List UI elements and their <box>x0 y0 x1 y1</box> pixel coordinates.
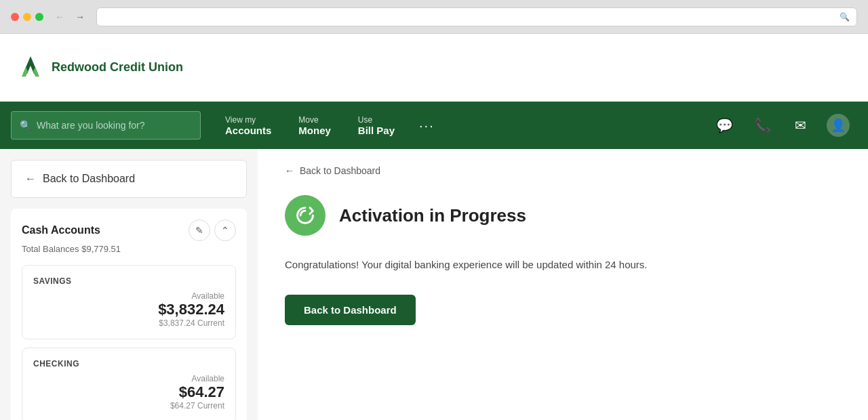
back-dashboard-button[interactable]: Back to Dashboard <box>285 295 416 325</box>
close-traffic-light[interactable] <box>11 13 19 21</box>
checking-available-amount: $64.27 <box>179 383 224 401</box>
checking-available-label: Available <box>192 374 224 383</box>
phone-icon-button[interactable]: 📞 <box>743 102 781 149</box>
nav-move-main: Money <box>298 125 331 136</box>
total-balance: Total Balances $9,779.51 <box>22 244 236 254</box>
activation-icon <box>285 195 326 236</box>
savings-current: $3,837.24 Current <box>159 318 224 328</box>
chat-icon: 💬 <box>716 117 733 133</box>
fullscreen-traffic-light[interactable] <box>35 13 43 21</box>
accounts-actions: ✎ ⌃ <box>189 219 236 241</box>
checking-account-type: CHECKING <box>33 359 224 369</box>
nav-use-sub: Use <box>358 115 395 125</box>
logo-text: Redwood Credit Union <box>52 60 183 75</box>
logo-icon <box>16 54 45 82</box>
right-content: ← Back to Dashboard Activation in Progre… <box>258 149 868 420</box>
collapse-accounts-button[interactable]: ⌃ <box>214 219 236 241</box>
back-link-arrow-icon: ← <box>285 165 294 176</box>
phone-icon: 📞 <box>754 117 771 133</box>
sidebar-back-dashboard-button[interactable]: ← Back to Dashboard <box>11 160 247 198</box>
search-icon: 🔍 <box>20 120 31 131</box>
browser-search-icon: 🔍 <box>840 12 850 22</box>
logo-area: Redwood Credit Union <box>16 54 183 82</box>
edit-accounts-button[interactable]: ✎ <box>189 219 210 241</box>
refresh-icon <box>294 205 316 226</box>
minimize-traffic-light[interactable] <box>23 13 31 21</box>
sidebar: ← Back to Dashboard Cash Accounts ✎ ⌃ To… <box>0 149 258 420</box>
nav-view-accounts[interactable]: View my Accounts <box>212 102 285 149</box>
savings-account-card[interactable]: SAVINGS Available $3,832.24 $3,837.24 Cu… <box>22 265 236 339</box>
back-nav-button[interactable]: ← <box>52 9 68 25</box>
nav-use-billpay[interactable]: Use Bill Pay <box>344 102 408 149</box>
activation-title: Activation in Progress <box>339 205 526 226</box>
activation-message: Congratulations! Your digital banking ex… <box>285 257 841 273</box>
forward-nav-button[interactable]: → <box>72 9 88 25</box>
search-input[interactable] <box>37 120 192 131</box>
chat-icon-button[interactable]: 💬 <box>705 102 743 149</box>
checking-current: $64.27 Current <box>170 401 224 411</box>
savings-available-amount: $3,832.24 <box>158 301 224 318</box>
mail-icon-button[interactable]: ✉ <box>781 102 819 149</box>
accounts-section: Cash Accounts ✎ ⌃ Total Balances $9,779.… <box>11 209 247 420</box>
back-arrow-icon: ← <box>25 173 36 185</box>
total-balance-amount: $9,779.51 <box>81 244 121 254</box>
browser-nav-buttons: ← → <box>52 9 88 25</box>
main-back-link[interactable]: ← Back to Dashboard <box>285 165 841 176</box>
sidebar-back-label: Back to Dashboard <box>43 173 135 185</box>
activation-header: Activation in Progress <box>285 195 841 236</box>
nav-more-button[interactable]: ··· <box>408 102 446 149</box>
accounts-title: Cash Accounts <box>22 224 100 236</box>
nav-use-main: Bill Pay <box>358 125 395 136</box>
address-bar[interactable]: 🔍 <box>96 7 857 26</box>
nav-move-sub: Move <box>298 115 331 125</box>
savings-account-type: SAVINGS <box>33 276 224 286</box>
nav-view-sub: View my <box>225 115 271 125</box>
nav-move-money[interactable]: Move Money <box>285 102 344 149</box>
app: Redwood Credit Union 🔍 View my Accounts … <box>0 34 868 420</box>
nav-view-main: Accounts <box>225 125 271 136</box>
accounts-header: Cash Accounts ✎ ⌃ <box>22 219 236 241</box>
savings-balance-row: Available $3,832.24 $3,837.24 Current <box>33 291 224 328</box>
user-avatar: 👤 <box>827 114 850 137</box>
nav-bar: 🔍 View my Accounts Move Money Use Bill P… <box>0 102 868 149</box>
checking-account-card[interactable]: CHECKING Available $64.27 $64.27 Current <box>22 348 236 420</box>
traffic-lights <box>11 13 43 21</box>
browser-chrome: ← → 🔍 <box>0 0 868 34</box>
header-top: Redwood Credit Union <box>0 34 868 102</box>
mail-icon: ✉ <box>795 117 806 133</box>
savings-available-label: Available <box>192 291 224 301</box>
checking-balance-row: Available $64.27 $64.27 Current <box>33 374 224 411</box>
back-link-label: Back to Dashboard <box>300 165 380 176</box>
nav-icons: 💬 📞 ✉ 👤 <box>705 102 857 149</box>
search-container[interactable]: 🔍 <box>11 111 201 140</box>
user-avatar-button[interactable]: 👤 <box>819 102 857 149</box>
nav-items: View my Accounts Move Money Use Bill Pay… <box>212 102 705 149</box>
main-content: ← Back to Dashboard Cash Accounts ✎ ⌃ To… <box>0 149 868 420</box>
total-balance-label: Total Balances <box>22 244 79 254</box>
